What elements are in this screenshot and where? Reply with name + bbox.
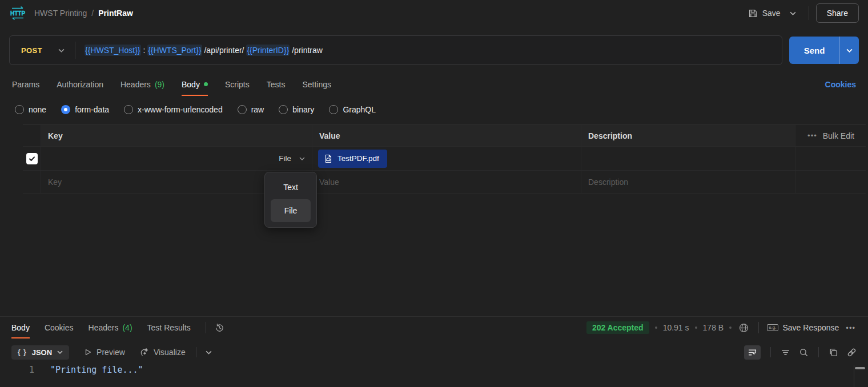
url-segment: : (141, 46, 148, 55)
value-type-label: File (279, 154, 291, 163)
response-tab-headers[interactable]: Headers(4) (89, 317, 132, 338)
checkbox-column-header (23, 125, 41, 146)
radio-none[interactable]: none (15, 105, 46, 114)
share-button[interactable]: Share (816, 3, 859, 23)
meta-separator-dot (695, 326, 697, 329)
tab-settings[interactable]: Settings (302, 73, 331, 96)
response-body-text: "Printing file..." (50, 365, 143, 375)
response-time: 10.91 s (663, 323, 689, 332)
visualize-button[interactable]: Visualize (140, 348, 186, 357)
cookies-link[interactable]: Cookies (825, 80, 856, 89)
dropdown-option-text[interactable]: Text (271, 178, 311, 197)
url-input[interactable]: {{HWST_Host}} : {{HWTS_Port}} /api/print… (75, 46, 323, 55)
row-actions-cell (795, 147, 866, 170)
format-label: JSON (32, 348, 52, 357)
tab-headers[interactable]: Headers(9) (120, 73, 164, 96)
filter-icon[interactable] (781, 348, 790, 357)
radio-circle-icon (329, 105, 338, 114)
icons-divider (818, 347, 819, 357)
editor-scrollbar-thumb[interactable] (855, 367, 865, 369)
form-data-table: Key Value Description ••• Bulk Edit File (23, 124, 866, 194)
tab-tests[interactable]: Tests (267, 73, 286, 96)
bulk-edit-button[interactable]: Bulk Edit (823, 131, 854, 140)
response-tab-cookies[interactable]: Cookies (45, 317, 74, 338)
radio-graphql[interactable]: GraphQL (329, 105, 376, 114)
url-variable: {{HWST_Host}} (85, 45, 141, 56)
response-tabs: Body Cookies Headers(4) Test Results 202… (0, 317, 868, 338)
format-chevron-down-icon (57, 350, 63, 354)
send-options-chevron-icon[interactable] (840, 37, 859, 64)
tab-authorization[interactable]: Authorization (57, 73, 103, 96)
copy-icon[interactable] (829, 348, 838, 357)
response-headers-count-badge: (4) (122, 323, 132, 332)
http-request-icon: HTTP HTTP (9, 6, 26, 21)
description-cell[interactable] (581, 147, 795, 170)
response-size: 178 B (703, 323, 724, 332)
dropdown-option-file[interactable]: File (271, 199, 311, 222)
breadcrumb-request-name: PrintRaw (98, 9, 133, 18)
radio-form-data[interactable]: form-data (61, 105, 109, 114)
body-modified-dot (204, 82, 208, 86)
method-select[interactable]: POST (10, 36, 75, 64)
title-bar-divider (809, 6, 809, 20)
response-pane: Body Cookies Headers(4) Test Results 202… (0, 316, 868, 387)
send-button[interactable]: Send (789, 37, 839, 64)
key-cell[interactable]: File (41, 147, 312, 170)
save-icon (748, 9, 758, 18)
table-row: File TestPDF.pdf (23, 147, 866, 171)
value-cell: TestPDF.pdf (312, 147, 581, 170)
wrap-text-icon[interactable] (744, 345, 761, 360)
save-response-button[interactable]: e.g. Save Response (767, 323, 839, 332)
response-format-select[interactable]: { } JSON (11, 345, 69, 360)
tab-scripts[interactable]: Scripts (225, 73, 250, 96)
column-header-value: Value (312, 125, 581, 146)
description-input-placeholder: Description (581, 178, 795, 187)
radio-circle-icon (238, 105, 247, 114)
tab-body[interactable]: Body (182, 73, 208, 96)
row-checkbox-checked[interactable] (26, 153, 38, 164)
save-options-chevron-icon[interactable] (784, 8, 802, 19)
response-viewer-toolbar: { } JSON Preview (0, 343, 868, 361)
value-cell[interactable]: Value (312, 171, 581, 193)
response-meta: 202 Accepted 10.91 s 178 B e.g. Save Res (586, 317, 857, 338)
response-body-editor[interactable]: 1 "Printing file..." (0, 365, 868, 375)
request-tabs: Params Authorization Headers(9) Body Scr… (0, 73, 868, 96)
table-row-empty: Key Value Description (23, 171, 866, 194)
radio-circle-icon (279, 105, 288, 114)
preview-play-icon (84, 348, 92, 356)
meta-separator-dot (655, 326, 657, 329)
breadcrumb-collection[interactable]: HWST Printing (34, 9, 87, 18)
link-icon[interactable] (847, 348, 857, 357)
preview-button[interactable]: Preview (84, 348, 125, 357)
save-button[interactable]: Save (745, 5, 784, 22)
visualize-sparkle-icon (140, 348, 149, 357)
radio-binary[interactable]: binary (279, 105, 314, 114)
response-tab-test-results[interactable]: Test Results (147, 317, 191, 338)
response-more-options-icon[interactable]: ••• (845, 324, 857, 332)
response-history-icon[interactable] (208, 320, 231, 336)
network-globe-icon[interactable] (737, 322, 750, 333)
type-select-chevron-icon (299, 157, 305, 160)
tab-params[interactable]: Params (12, 73, 39, 96)
attached-file-chip[interactable]: TestPDF.pdf (318, 150, 387, 168)
title-bar-actions: Save Share (745, 3, 859, 23)
more-options-icon[interactable]: ••• (807, 131, 817, 140)
url-segment: /printraw (290, 46, 323, 55)
radio-x-www-form-urlencoded[interactable]: x-www-form-urlencoded (124, 105, 223, 114)
radio-label: x-www-form-urlencoded (138, 105, 223, 114)
svg-text:HTTP: HTTP (10, 10, 25, 17)
radio-raw[interactable]: raw (238, 105, 264, 114)
search-icon[interactable] (799, 348, 809, 357)
viewer-options-chevron-icon[interactable] (206, 350, 212, 354)
body-type-options: none form-data x-www-form-urlencoded raw… (0, 100, 868, 119)
method-chevron-down-icon (58, 49, 65, 53)
response-tab-body[interactable]: Body (11, 317, 30, 338)
column-header-key: Key (41, 125, 312, 146)
description-cell[interactable]: Description (581, 171, 795, 193)
request-title-bar: HTTP HTTP HWST Printing / PrintRaw Save (0, 0, 868, 26)
viewer-action-icons (744, 345, 857, 360)
line-number: 1 (0, 365, 34, 375)
method-label: POST (21, 46, 42, 55)
radio-label: GraphQL (343, 105, 376, 114)
value-type-select[interactable]: File (279, 154, 305, 163)
